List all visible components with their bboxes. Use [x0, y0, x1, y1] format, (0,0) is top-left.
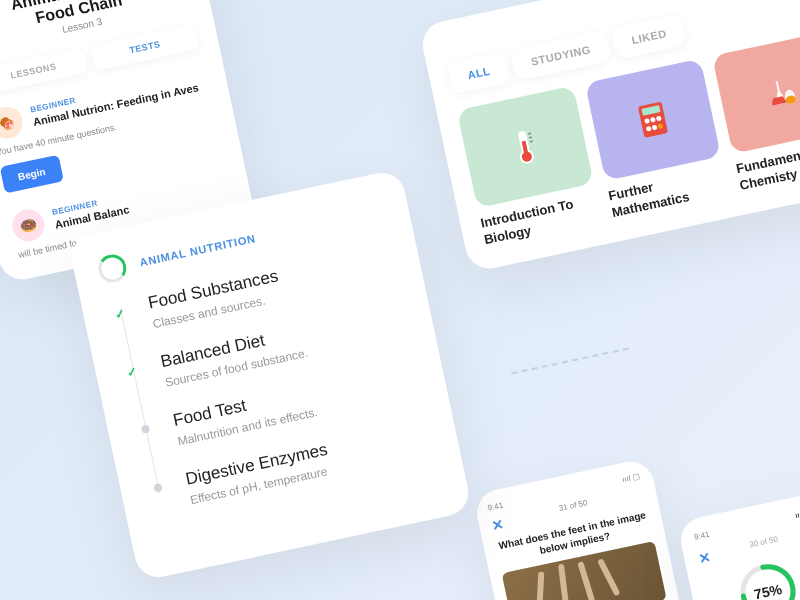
thermometer-icon — [457, 86, 594, 208]
quiz-screen: 9:41 ıııl ▢ ✕ 31 of 50 What does the fee… — [473, 457, 688, 600]
section-label: ANIMAL NUTRITION — [139, 232, 257, 268]
score-progress: 30 of 50 — [749, 535, 781, 557]
subject-card-math[interactable]: Further Mathematics — [585, 58, 731, 221]
progress-ring-icon — [96, 252, 129, 285]
meat-icon: 🍖 — [0, 104, 26, 142]
quiz-progress: 31 of 50 — [558, 498, 590, 520]
timeline-line — [120, 308, 160, 494]
close-icon[interactable]: ✕ — [490, 516, 505, 534]
score-percent: 75% — [732, 556, 800, 600]
dot-icon — [141, 424, 150, 433]
dot-icon — [153, 483, 162, 492]
calculator-icon — [585, 58, 722, 180]
svg-line-8 — [530, 141, 533, 142]
check-icon: ✓ — [114, 306, 127, 322]
signal-icons: ıııl ▢ — [794, 508, 800, 521]
time-label: 9:41 — [693, 530, 710, 542]
svg-line-7 — [529, 137, 532, 138]
flask-icon — [712, 31, 800, 153]
subject-card-chemistry[interactable]: Fundamentals of Chemisty — [712, 31, 800, 194]
tab-all[interactable]: ALL — [447, 51, 511, 95]
check-icon: ✓ — [126, 365, 139, 381]
time-label: 9:41 — [487, 501, 504, 513]
categories-screen: ıııl ALL STUDYING LIKED Introduction To … — [418, 0, 800, 273]
tab-tests[interactable]: TESTS — [90, 24, 199, 71]
score-ring: 75% — [732, 556, 800, 600]
subject-card-biology[interactable]: Introduction To Biology — [457, 86, 603, 249]
svg-line-6 — [528, 133, 531, 134]
tab-liked[interactable]: LIKED — [611, 14, 688, 60]
connector-line — [511, 348, 629, 375]
tab-lessons[interactable]: LESSONS — [0, 47, 88, 94]
topics-screen: ANIMAL NUTRITION ✓ Food Substances Class… — [67, 168, 472, 581]
score-screen: 9:41 ıııl ▢ ✕ 30 of 50 75% +20 ★ — [677, 491, 800, 600]
begin-button[interactable]: Begin — [0, 155, 64, 194]
donut-icon: 🍩 — [9, 206, 47, 244]
signal-icons: ıııl ▢ — [621, 472, 641, 485]
topic-list: ✓ Food Substances Classes and sources. ✓… — [105, 242, 436, 516]
close-icon[interactable]: ✕ — [697, 549, 712, 567]
tab-studying[interactable]: STUDYING — [510, 30, 611, 81]
